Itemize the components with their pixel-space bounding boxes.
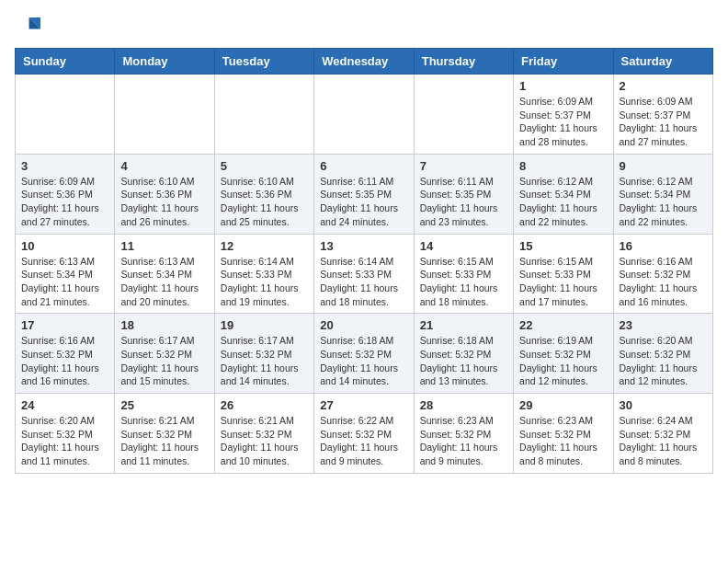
calendar-body: 1Sunrise: 6:09 AMSunset: 5:37 PMDaylight… — [16, 75, 713, 474]
day-number: 14 — [420, 239, 507, 253]
day-info: Sunrise: 6:17 AMSunset: 5:32 PMDaylight:… — [221, 334, 308, 388]
weekday-header-cell: Tuesday — [214, 49, 313, 75]
day-info: Sunrise: 6:10 AMSunset: 5:36 PMDaylight:… — [221, 175, 308, 229]
day-number: 20 — [320, 318, 407, 332]
day-info: Sunrise: 6:12 AMSunset: 5:34 PMDaylight:… — [620, 175, 707, 229]
day-info: Sunrise: 6:09 AMSunset: 5:37 PMDaylight:… — [519, 95, 607, 149]
calendar-day-cell: 22Sunrise: 6:19 AMSunset: 5:32 PMDayligh… — [514, 314, 613, 394]
weekday-header-cell: Sunday — [16, 49, 115, 75]
calendar-week-row: 24Sunrise: 6:20 AMSunset: 5:32 PMDayligh… — [16, 394, 713, 474]
day-info: Sunrise: 6:21 AMSunset: 5:32 PMDaylight:… — [221, 414, 308, 468]
calendar-day-cell: 28Sunrise: 6:23 AMSunset: 5:32 PMDayligh… — [414, 394, 513, 474]
calendar-day-cell — [214, 75, 313, 155]
calendar-day-cell: 30Sunrise: 6:24 AMSunset: 5:32 PMDayligh… — [613, 394, 712, 474]
day-number: 15 — [519, 239, 607, 253]
calendar-day-cell: 4Sunrise: 6:10 AMSunset: 5:36 PMDaylight… — [115, 154, 214, 234]
calendar-day-cell: 27Sunrise: 6:22 AMSunset: 5:32 PMDayligh… — [314, 394, 414, 474]
calendar-day-cell: 5Sunrise: 6:10 AMSunset: 5:36 PMDaylight… — [214, 154, 313, 234]
calendar-day-cell: 10Sunrise: 6:13 AMSunset: 5:34 PMDayligh… — [16, 234, 115, 314]
day-number: 24 — [21, 398, 108, 412]
day-info: Sunrise: 6:23 AMSunset: 5:32 PMDaylight:… — [420, 414, 507, 468]
day-info: Sunrise: 6:15 AMSunset: 5:33 PMDaylight:… — [420, 255, 507, 309]
day-info: Sunrise: 6:10 AMSunset: 5:36 PMDaylight:… — [120, 175, 208, 229]
day-number: 13 — [320, 239, 407, 253]
day-info: Sunrise: 6:22 AMSunset: 5:32 PMDaylight:… — [320, 414, 407, 468]
day-number: 25 — [120, 398, 208, 412]
day-number: 11 — [120, 239, 208, 253]
day-info: Sunrise: 6:18 AMSunset: 5:32 PMDaylight:… — [420, 334, 507, 388]
weekday-header-cell: Friday — [514, 49, 613, 75]
day-number: 22 — [519, 318, 607, 332]
logo-icon — [15, 15, 40, 40]
logo — [15, 15, 44, 40]
calendar-day-cell: 2Sunrise: 6:09 AMSunset: 5:37 PMDaylight… — [613, 75, 712, 155]
day-info: Sunrise: 6:20 AMSunset: 5:32 PMDaylight:… — [21, 414, 108, 468]
day-info: Sunrise: 6:16 AMSunset: 5:32 PMDaylight:… — [21, 334, 108, 388]
day-number: 27 — [320, 398, 407, 412]
day-number: 10 — [21, 239, 108, 253]
calendar-week-row: 1Sunrise: 6:09 AMSunset: 5:37 PMDaylight… — [16, 75, 713, 155]
day-info: Sunrise: 6:18 AMSunset: 5:32 PMDaylight:… — [320, 334, 407, 388]
day-info: Sunrise: 6:16 AMSunset: 5:32 PMDaylight:… — [620, 255, 707, 309]
day-info: Sunrise: 6:19 AMSunset: 5:32 PMDaylight:… — [519, 334, 607, 388]
day-info: Sunrise: 6:14 AMSunset: 5:33 PMDaylight:… — [320, 255, 407, 309]
calendar-day-cell: 8Sunrise: 6:12 AMSunset: 5:34 PMDaylight… — [514, 154, 613, 234]
day-info: Sunrise: 6:13 AMSunset: 5:34 PMDaylight:… — [120, 255, 208, 309]
day-number: 7 — [420, 159, 507, 173]
day-number: 28 — [420, 398, 507, 412]
day-number: 8 — [519, 159, 607, 173]
calendar-day-cell: 29Sunrise: 6:23 AMSunset: 5:32 PMDayligh… — [514, 394, 613, 474]
calendar-day-cell: 6Sunrise: 6:11 AMSunset: 5:35 PMDaylight… — [314, 154, 414, 234]
day-info: Sunrise: 6:24 AMSunset: 5:32 PMDaylight:… — [620, 414, 707, 468]
calendar-week-row: 17Sunrise: 6:16 AMSunset: 5:32 PMDayligh… — [16, 314, 713, 394]
calendar-day-cell: 11Sunrise: 6:13 AMSunset: 5:34 PMDayligh… — [115, 234, 214, 314]
calendar-day-cell: 21Sunrise: 6:18 AMSunset: 5:32 PMDayligh… — [414, 314, 513, 394]
calendar-day-cell — [314, 75, 414, 155]
calendar-week-row: 10Sunrise: 6:13 AMSunset: 5:34 PMDayligh… — [16, 234, 713, 314]
weekday-header-cell: Monday — [115, 49, 214, 75]
day-number: 12 — [221, 239, 308, 253]
calendar-week-row: 3Sunrise: 6:09 AMSunset: 5:36 PMDaylight… — [16, 154, 713, 234]
day-number: 21 — [420, 318, 507, 332]
day-info: Sunrise: 6:15 AMSunset: 5:33 PMDaylight:… — [519, 255, 607, 309]
calendar-day-cell: 26Sunrise: 6:21 AMSunset: 5:32 PMDayligh… — [214, 394, 313, 474]
day-number: 2 — [620, 79, 707, 93]
calendar-day-cell: 23Sunrise: 6:20 AMSunset: 5:32 PMDayligh… — [613, 314, 712, 394]
calendar-day-cell: 12Sunrise: 6:14 AMSunset: 5:33 PMDayligh… — [214, 234, 313, 314]
weekday-header-cell: Thursday — [414, 49, 513, 75]
calendar-day-cell — [16, 75, 115, 155]
day-info: Sunrise: 6:13 AMSunset: 5:34 PMDaylight:… — [21, 255, 108, 309]
calendar-day-cell: 15Sunrise: 6:15 AMSunset: 5:33 PMDayligh… — [514, 234, 613, 314]
day-number: 1 — [519, 79, 607, 93]
calendar-day-cell: 1Sunrise: 6:09 AMSunset: 5:37 PMDaylight… — [514, 75, 613, 155]
calendar-day-cell: 3Sunrise: 6:09 AMSunset: 5:36 PMDaylight… — [16, 154, 115, 234]
calendar-day-cell — [414, 75, 513, 155]
calendar-day-cell: 19Sunrise: 6:17 AMSunset: 5:32 PMDayligh… — [214, 314, 313, 394]
day-number: 23 — [620, 318, 707, 332]
weekday-header-cell: Wednesday — [314, 49, 414, 75]
day-info: Sunrise: 6:14 AMSunset: 5:33 PMDaylight:… — [221, 255, 308, 309]
day-info: Sunrise: 6:09 AMSunset: 5:36 PMDaylight:… — [21, 175, 108, 229]
day-number: 30 — [620, 398, 707, 412]
calendar-table: SundayMondayTuesdayWednesdayThursdayFrid… — [15, 48, 713, 474]
day-info: Sunrise: 6:11 AMSunset: 5:35 PMDaylight:… — [320, 175, 407, 229]
weekday-header-cell: Saturday — [613, 49, 712, 75]
weekday-header-row: SundayMondayTuesdayWednesdayThursdayFrid… — [16, 49, 713, 75]
calendar-day-cell: 18Sunrise: 6:17 AMSunset: 5:32 PMDayligh… — [115, 314, 214, 394]
calendar-day-cell: 20Sunrise: 6:18 AMSunset: 5:32 PMDayligh… — [314, 314, 414, 394]
calendar-day-cell: 13Sunrise: 6:14 AMSunset: 5:33 PMDayligh… — [314, 234, 414, 314]
day-number: 18 — [120, 318, 208, 332]
calendar-day-cell: 16Sunrise: 6:16 AMSunset: 5:32 PMDayligh… — [613, 234, 712, 314]
day-number: 19 — [221, 318, 308, 332]
calendar-day-cell — [115, 75, 214, 155]
calendar-day-cell: 7Sunrise: 6:11 AMSunset: 5:35 PMDaylight… — [414, 154, 513, 234]
day-info: Sunrise: 6:17 AMSunset: 5:32 PMDaylight:… — [120, 334, 208, 388]
page-header — [15, 15, 713, 40]
day-number: 17 — [21, 318, 108, 332]
calendar-day-cell: 25Sunrise: 6:21 AMSunset: 5:32 PMDayligh… — [115, 394, 214, 474]
calendar-day-cell: 17Sunrise: 6:16 AMSunset: 5:32 PMDayligh… — [16, 314, 115, 394]
calendar-day-cell: 24Sunrise: 6:20 AMSunset: 5:32 PMDayligh… — [16, 394, 115, 474]
calendar-day-cell: 14Sunrise: 6:15 AMSunset: 5:33 PMDayligh… — [414, 234, 513, 314]
day-number: 29 — [519, 398, 607, 412]
day-number: 5 — [221, 159, 308, 173]
